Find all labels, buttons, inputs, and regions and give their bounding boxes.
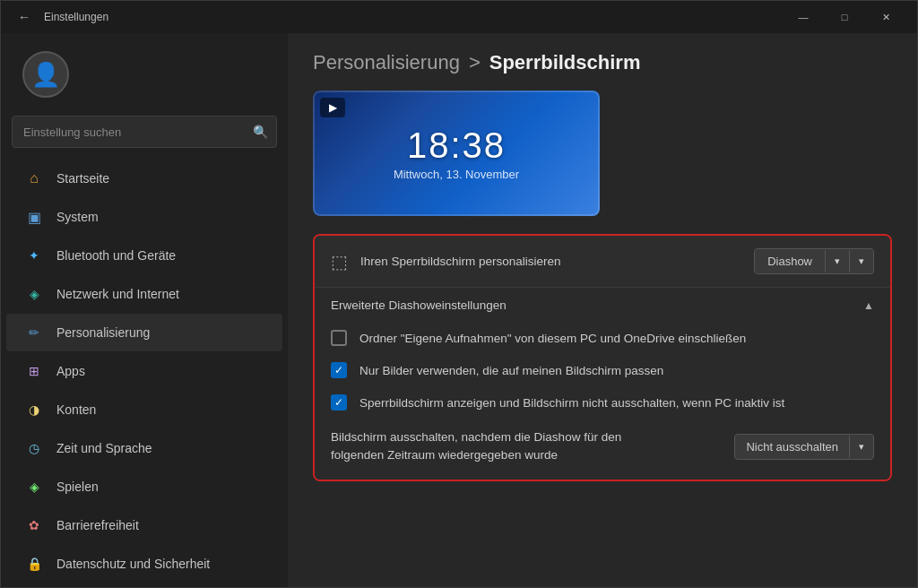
search-container: 🔍 xyxy=(12,116,277,148)
privacy-icon: 🔒 xyxy=(24,554,44,574)
checkbox-row-1: Ordner "Eigene Aufnahmen" von diesem PC … xyxy=(331,328,874,348)
page-title: Sperrbildschirm xyxy=(489,51,641,74)
slideshow-section-title: Erweiterte Diashoweinstellungen xyxy=(331,298,507,312)
sidebar-item-label: System xyxy=(56,210,99,224)
breadcrumb-parent: Personalisierung xyxy=(313,51,460,74)
breadcrumb-separator: > xyxy=(469,51,481,74)
accounts-icon: ◑ xyxy=(24,400,44,419)
main-content: Personalisierung > Sperrbildschirm ▶ 18:… xyxy=(288,33,917,587)
dropdown-arrow-icon[interactable]: ▾ xyxy=(825,250,849,272)
time-icon: ◷ xyxy=(24,438,44,458)
personalize-label: Ihren Sperrbildschirm personalisieren xyxy=(360,255,561,268)
network-icon: ◈ xyxy=(24,284,44,304)
titlebar: ← Einstellungen — □ ✕ xyxy=(1,1,917,33)
sidebar-item-apps[interactable]: ⊞ Apps xyxy=(6,352,282,390)
sidebar-item-label: Datenschutz und Sicherheit xyxy=(56,557,210,571)
close-button[interactable]: ✕ xyxy=(865,3,906,31)
maximize-button[interactable]: □ xyxy=(824,3,865,31)
accessibility-icon: ✿ xyxy=(24,515,44,535)
turnoff-text: Bildschirm ausschalten, nachdem die Dias… xyxy=(331,428,720,465)
nav-menu: ⌂ Startseite ▣ System ✦ Bluetooth und Ge… xyxy=(1,159,288,584)
sidebar-item-accessibility[interactable]: ✿ Barrierefreiheit xyxy=(6,506,282,544)
search-icon: 🔍 xyxy=(253,125,268,139)
system-icon: ▣ xyxy=(24,207,44,227)
bluetooth-icon: ✦ xyxy=(24,246,44,265)
checkbox-row-2: ✓ Nur Bilder verwenden, die auf meinen B… xyxy=(331,360,874,380)
breadcrumb: Personalisierung > Sperrbildschirm xyxy=(313,51,892,74)
sidebar-item-label: Bluetooth und Geräte xyxy=(56,248,176,263)
sidebar-item-system[interactable]: ▣ System xyxy=(6,198,282,236)
settings-panel: ⬚ Ihren Sperrbildschirm personalisieren … xyxy=(313,234,892,481)
slideshow-section: Erweiterte Diashoweinstellungen ▲ Ordner… xyxy=(315,287,890,480)
sidebar-item-time[interactable]: ◷ Zeit und Sprache xyxy=(6,429,282,467)
dropdown-value[interactable]: Diashow xyxy=(755,249,825,273)
turnoff-dropdown-arrow-icon[interactable]: ▾ xyxy=(849,436,873,458)
back-button[interactable]: ← xyxy=(12,4,37,30)
checkbox-1[interactable] xyxy=(331,330,347,346)
checkbox-3[interactable]: ✓ xyxy=(331,394,347,411)
sidebar-item-label: Netzwerk und Internet xyxy=(56,287,179,301)
monitor-icon: ⬚ xyxy=(331,251,348,272)
lockscreen-time: 18:38 xyxy=(394,125,519,166)
gaming-icon: ◈ xyxy=(24,477,44,497)
sidebar-item-label: Apps xyxy=(56,364,85,378)
slideshow-options: Ordner "Eigene Aufnahmen" von diesem PC … xyxy=(315,323,890,480)
personalization-icon: ✏ xyxy=(24,323,44,342)
checkbox-1-label: Ordner "Eigene Aufnahmen" von diesem PC … xyxy=(359,332,746,345)
search-input[interactable] xyxy=(12,116,277,148)
preview-play-button[interactable]: ▶ xyxy=(320,98,345,117)
checkbox-3-label: Sperrbildschirm anzeigen und Bildschirm … xyxy=(359,396,784,410)
home-icon: ⌂ xyxy=(24,169,44,188)
lockscreen-date: Mittwoch, 13. November xyxy=(394,168,519,181)
turnoff-dropdown[interactable]: Nicht ausschalten ▾ xyxy=(734,434,874,460)
sidebar-item-home[interactable]: ⌂ Startseite xyxy=(6,160,282,197)
avatar[interactable]: 👤 xyxy=(22,51,69,98)
sidebar-item-accounts[interactable]: ◑ Konten xyxy=(6,391,282,428)
chevron-up-icon: ▲ xyxy=(863,299,874,312)
sidebar: 👤 🔍 ⌂ Startseite ▣ System ✦ xyxy=(1,33,288,587)
sidebar-item-label: Zeit und Sprache xyxy=(56,441,152,455)
personalize-dropdown[interactable]: Diashow ▾ ▾ xyxy=(754,248,874,274)
checkbox-2-label: Nur Bilder verwenden, die auf meinen Bil… xyxy=(359,364,663,377)
window-title: Einstellungen xyxy=(44,11,783,23)
turnoff-value[interactable]: Nicht ausschalten xyxy=(735,435,849,459)
sidebar-item-label: Startseite xyxy=(56,171,109,186)
sidebar-item-gaming[interactable]: ◈ Spielen xyxy=(6,468,282,506)
sidebar-item-privacy[interactable]: 🔒 Datenschutz und Sicherheit xyxy=(6,545,282,583)
personalize-row: ⬚ Ihren Sperrbildschirm personalisieren … xyxy=(315,236,890,287)
sidebar-item-bluetooth[interactable]: ✦ Bluetooth und Geräte xyxy=(6,237,282,274)
profile-section: 👤 xyxy=(1,33,288,112)
dropdown-expand-icon[interactable]: ▾ xyxy=(849,250,873,272)
sidebar-item-label: Barrierefreiheit xyxy=(56,518,139,532)
sidebar-item-label: Spielen xyxy=(56,480,99,494)
minimize-button[interactable]: — xyxy=(783,3,824,31)
sidebar-item-network[interactable]: ◈ Netzwerk und Internet xyxy=(6,275,282,313)
apps-icon: ⊞ xyxy=(24,361,44,381)
checkbox-2[interactable]: ✓ xyxy=(331,362,347,378)
window-controls: — □ ✕ xyxy=(783,3,906,31)
sidebar-item-personalization[interactable]: ✏ Personalisierung xyxy=(6,314,282,351)
slideshow-header[interactable]: Erweiterte Diashoweinstellungen ▲ xyxy=(315,288,890,323)
checkbox-row-3: ✓ Sperrbildschirm anzeigen und Bildschir… xyxy=(331,393,874,412)
sidebar-item-label: Personalisierung xyxy=(56,325,150,340)
lockscreen-preview: ▶ 18:38 Mittwoch, 13. November xyxy=(313,91,600,216)
turnoff-row: Bildschirm ausschalten, nachdem die Dias… xyxy=(331,425,874,465)
lockscreen-content: 18:38 Mittwoch, 13. November xyxy=(394,125,519,181)
sidebar-item-label: Konten xyxy=(56,402,96,417)
